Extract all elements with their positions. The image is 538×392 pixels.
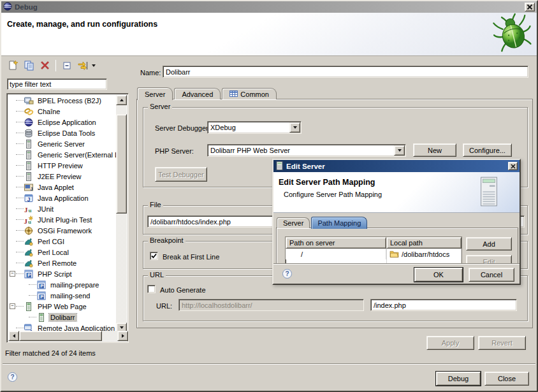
config-tabs: Server Advanced Common bbox=[137, 87, 278, 99]
php-server-select[interactable]: Dolibarr PHP Web Server bbox=[207, 144, 406, 157]
tree-item-bpel-process-b2j[interactable]: BPEL Process (B2J) bbox=[8, 95, 117, 106]
tab-advanced-label: Advanced bbox=[182, 91, 213, 98]
tree-item-java-application[interactable]: JJava Application bbox=[8, 192, 117, 203]
tab-server-label: Server bbox=[145, 91, 165, 98]
column-local-path[interactable]: Local path bbox=[386, 237, 462, 249]
filter-menu-caret[interactable] bbox=[92, 64, 96, 69]
url-path-input[interactable] bbox=[370, 299, 517, 311]
server-icon bbox=[24, 150, 34, 160]
tree-item-label: Dolibarr bbox=[49, 314, 76, 321]
auto-generate-checkbox[interactable] bbox=[147, 285, 156, 293]
tab-server-settings[interactable]: Server bbox=[277, 217, 310, 228]
tree-item-cha-ne[interactable]: Chaîne bbox=[8, 106, 117, 117]
filter-input[interactable] bbox=[7, 78, 107, 90]
tree-item-junit[interactable]: JuJUnit bbox=[8, 203, 117, 214]
tree-item-perl-cgi[interactable]: Perl CGI bbox=[8, 236, 117, 247]
close-button[interactable]: Close bbox=[484, 372, 529, 386]
close-icon[interactable] bbox=[508, 162, 518, 170]
close-label: Close bbox=[498, 375, 516, 382]
edit-server-dialog: Edit Server Edit Server Path Mapping Con… bbox=[272, 159, 521, 285]
tree-item-php-web-page[interactable]: −PHP Web Page bbox=[8, 301, 117, 312]
tree-item-eclipse-data-tools[interactable]: Eclipse Data Tools bbox=[8, 127, 117, 138]
add-mapping-button[interactable]: Add bbox=[466, 237, 512, 250]
tree-item-label: JUnit Plug-in Test bbox=[36, 216, 93, 224]
perl-icon bbox=[24, 258, 34, 268]
cancel-button[interactable]: Cancel bbox=[469, 268, 514, 282]
delete-config-icon[interactable] bbox=[38, 59, 52, 72]
scroll-right-icon[interactable] bbox=[117, 331, 128, 341]
scroll-left-icon[interactable] bbox=[8, 331, 19, 341]
tree-item-java-applet[interactable]: JJava Applet bbox=[8, 182, 117, 192]
php-script-icon: P bbox=[36, 291, 47, 301]
tab-common[interactable]: Common bbox=[222, 88, 277, 99]
tree-item-generic-server[interactable]: Generic Server bbox=[8, 138, 117, 149]
tree-item-label: JUnit bbox=[36, 205, 55, 213]
scroll-up-icon[interactable] bbox=[116, 95, 127, 105]
tree-item-mailing-prepare[interactable]: Pmailing-prepare bbox=[8, 279, 117, 290]
configure-server-button[interactable]: Configure... bbox=[463, 143, 512, 157]
svg-text:J: J bbox=[27, 196, 31, 202]
chevron-down-icon[interactable] bbox=[394, 145, 405, 156]
server-debugger-select[interactable]: XDebug bbox=[207, 121, 302, 134]
tree-item-osgi-framework[interactable]: OSGi Framework bbox=[8, 225, 117, 236]
footer-separator bbox=[3, 363, 535, 365]
tree-item-label: Generic Server(External La bbox=[36, 151, 117, 159]
window-title: Debug bbox=[15, 3, 38, 11]
php-server-value: Dolibarr PHP Web Server bbox=[208, 147, 394, 154]
tree-hscroll-thumb[interactable] bbox=[19, 331, 102, 341]
debug-button[interactable]: Debug bbox=[436, 372, 481, 386]
tree-vscroll-thumb[interactable] bbox=[116, 114, 127, 214]
collapse-toggle-icon[interactable]: − bbox=[10, 303, 15, 309]
table-header: Path on server Local path bbox=[286, 237, 462, 249]
tab-path-mapping[interactable]: Path Mapping bbox=[311, 217, 367, 229]
ok-button[interactable]: OK bbox=[414, 268, 463, 282]
php-web-page-icon bbox=[24, 301, 34, 312]
tab-server[interactable]: Server bbox=[137, 87, 173, 100]
tree-item-j2ee-preview[interactable]: J2EE Preview bbox=[8, 171, 117, 182]
tree-item-label: Java Applet bbox=[36, 184, 75, 191]
tree-item-perl-local[interactable]: Perl Local bbox=[8, 247, 117, 258]
config-toolbar bbox=[6, 59, 96, 72]
tree-item-eclipse-application[interactable]: Eclipse Application bbox=[8, 117, 117, 127]
tree-horizontal-scrollbar[interactable] bbox=[8, 331, 128, 341]
break-first-line-checkbox[interactable] bbox=[150, 252, 158, 260]
tree-item-label: Perl Remote bbox=[36, 259, 78, 267]
duplicate-config-icon[interactable] bbox=[22, 59, 36, 72]
tree-item-generic-server-external-la[interactable]: Generic Server(External La bbox=[8, 149, 117, 160]
tree-item-mailing-send[interactable]: Pmailing-send bbox=[8, 290, 117, 301]
filter-icon[interactable] bbox=[76, 59, 90, 72]
path-mapping-row[interactable]: //dolibarr/htdocs bbox=[286, 249, 462, 259]
tree-item-http-preview[interactable]: HTTP Preview bbox=[8, 160, 117, 171]
chevron-down-icon[interactable] bbox=[289, 122, 300, 133]
perl-icon bbox=[24, 247, 34, 258]
column-path-on-server[interactable]: Path on server bbox=[286, 237, 386, 249]
path-mapping-rows: //dolibarr/htdocs bbox=[286, 249, 462, 259]
new-server-button[interactable]: New bbox=[413, 143, 456, 157]
collapse-toggle-icon[interactable]: − bbox=[10, 271, 15, 277]
php-script-icon: P bbox=[24, 269, 34, 279]
test-debugger-button: Test Debugger bbox=[155, 167, 207, 182]
junit-icon: Ju bbox=[24, 204, 34, 214]
name-input[interactable] bbox=[163, 66, 528, 78]
help-icon[interactable]: ? bbox=[282, 269, 292, 279]
tab-advanced[interactable]: Advanced bbox=[174, 88, 221, 99]
svg-text:J: J bbox=[24, 205, 28, 213]
tree-vertical-scrollbar[interactable] bbox=[116, 95, 127, 333]
tree-item-perl-remote[interactable]: Perl Remote bbox=[8, 258, 117, 268]
auto-generate-label: Auto Generate bbox=[160, 286, 206, 294]
collapse-all-icon[interactable] bbox=[60, 59, 74, 72]
base-url-input bbox=[178, 299, 364, 311]
tree-item-label: BPEL Process (B2J) bbox=[36, 97, 103, 105]
server-debugger-label: Server Debugger: bbox=[155, 124, 210, 132]
tree-item-dolibarr[interactable]: Dolibarr bbox=[8, 312, 117, 323]
server-path-cell: / bbox=[286, 249, 386, 259]
tree-item-label: mailing-send bbox=[49, 292, 91, 300]
edit-server-titlebar: Edit Server bbox=[273, 160, 520, 172]
help-icon[interactable]: ? bbox=[8, 372, 17, 382]
svg-text:P: P bbox=[27, 272, 31, 278]
tree-item-junit-plug-in-test[interactable]: JuJUnit Plug-in Test bbox=[8, 214, 117, 225]
eclipse-logo-icon bbox=[3, 2, 12, 12]
tree-item-php-script[interactable]: −PPHP Script bbox=[8, 268, 117, 279]
new-config-icon[interactable] bbox=[6, 59, 20, 72]
table-icon bbox=[229, 90, 238, 99]
